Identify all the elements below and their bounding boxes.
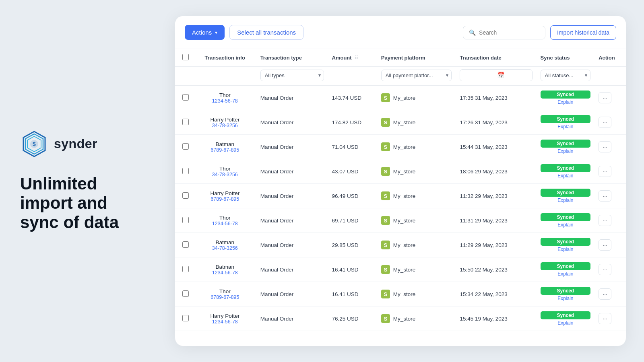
row-action: ···	[594, 208, 626, 233]
row-checkbox-7[interactable]	[182, 266, 189, 272]
search-icon: 🔍	[469, 29, 476, 36]
explain-link[interactable]: Explain	[541, 247, 591, 252]
th-transaction-type: Transaction type	[256, 49, 328, 67]
row-checkbox-4[interactable]	[182, 192, 189, 199]
explain-link[interactable]: Explain	[541, 148, 591, 154]
select-all-button[interactable]: Select all transactions	[229, 25, 303, 40]
more-actions-button[interactable]: ···	[599, 141, 611, 152]
shopify-icon: S	[381, 191, 390, 200]
row-ref[interactable]: 6789-67-895	[198, 294, 252, 300]
date-filter-field[interactable]	[463, 72, 495, 78]
platform-name: My_store	[393, 169, 416, 175]
more-actions-button[interactable]: ···	[599, 313, 611, 324]
row-type: Manual Order	[256, 135, 328, 159]
row-checkbox-6[interactable]	[182, 241, 189, 248]
row-status: Synced Explain	[537, 184, 595, 208]
select-all-checkbox[interactable]	[182, 54, 189, 60]
row-ref[interactable]: 1234-56-78	[198, 98, 252, 104]
more-actions-button[interactable]: ···	[599, 117, 611, 128]
row-checkbox-3[interactable]	[182, 168, 189, 174]
actions-button[interactable]: Actions ▾	[185, 25, 225, 40]
more-actions-button[interactable]: ···	[599, 288, 611, 300]
amount-resize-handle[interactable]: ⠿	[355, 55, 357, 61]
row-name: Thor	[198, 215, 252, 221]
filter-checkbox-spacer	[175, 67, 194, 86]
more-actions-button[interactable]: ···	[599, 92, 611, 103]
row-checkbox-0[interactable]	[182, 94, 189, 101]
row-date: 15:34 22 May, 2023	[456, 282, 536, 306]
more-actions-button[interactable]: ···	[599, 190, 611, 202]
table-row: Harry Potter 6789-67-895 Manual Order 96…	[175, 184, 626, 208]
more-actions-button[interactable]: ···	[599, 239, 611, 251]
explain-link[interactable]: Explain	[541, 197, 591, 203]
explain-link[interactable]: Explain	[541, 222, 591, 228]
th-checkbox	[175, 49, 194, 67]
row-ref[interactable]: 6789-67-895	[198, 196, 252, 202]
row-ref[interactable]: 6789-67-895	[198, 147, 252, 153]
row-action: ···	[594, 110, 626, 135]
synced-badge: Synced	[541, 189, 591, 197]
transactions-table: Transaction info Transaction type Amount…	[175, 49, 626, 331]
explain-link[interactable]: Explain	[541, 124, 591, 130]
logo-text: synder	[54, 136, 97, 151]
row-type: Manual Order	[256, 208, 328, 233]
calendar-icon[interactable]: 📅	[497, 72, 505, 79]
more-actions-button[interactable]: ···	[599, 215, 611, 226]
row-checkbox-8[interactable]	[182, 290, 189, 297]
row-info-cell: Thor 34-78-3256	[194, 159, 256, 184]
table-row: Harry Potter 34-78-3256 Manual Order 174…	[175, 110, 626, 135]
explain-link[interactable]: Explain	[541, 173, 591, 179]
row-action: ···	[594, 135, 626, 159]
chevron-down-icon: ▾	[215, 30, 217, 35]
platform-name: My_store	[393, 316, 416, 322]
row-ref[interactable]: 34-78-3256	[198, 172, 252, 177]
row-date: 17:35 31 May, 2023	[456, 86, 536, 110]
platform-name: My_store	[393, 193, 416, 199]
synced-badge: Synced	[541, 311, 591, 319]
explain-link[interactable]: Explain	[541, 99, 591, 105]
row-name: Batman	[198, 239, 252, 245]
row-checkbox-5[interactable]	[182, 217, 189, 223]
row-info-cell: Thor 1234-56-78	[194, 86, 256, 110]
row-ref[interactable]: 34-78-3256	[198, 123, 252, 128]
more-actions-button[interactable]: ···	[599, 264, 611, 275]
row-checkbox-cell	[175, 306, 194, 331]
row-info-cell: Harry Potter 1234-56-78	[194, 306, 256, 331]
row-checkbox-cell	[175, 233, 194, 257]
explain-link[interactable]: Explain	[541, 320, 591, 326]
row-ref[interactable]: 1234-56-78	[198, 270, 252, 276]
row-status: Synced Explain	[537, 282, 595, 306]
row-checkbox-2[interactable]	[182, 143, 189, 150]
more-actions-button[interactable]: ···	[599, 166, 611, 177]
row-type: Manual Order	[256, 159, 328, 184]
search-input[interactable]	[479, 29, 539, 36]
row-checkbox-cell	[175, 86, 194, 110]
row-checkbox-1[interactable]	[182, 119, 189, 125]
platform-name: My_store	[393, 144, 416, 150]
row-info-cell: Thor 1234-56-78	[194, 208, 256, 233]
row-type: Manual Order	[256, 233, 328, 257]
search-box: 🔍	[463, 26, 545, 39]
status-filter-select[interactable]: All statuse...	[541, 70, 591, 81]
row-ref[interactable]: 34-78-3256	[198, 245, 252, 251]
explain-link[interactable]: Explain	[541, 296, 591, 301]
row-status: Synced Explain	[537, 159, 595, 184]
synced-badge: Synced	[541, 287, 591, 295]
explain-link[interactable]: Explain	[541, 271, 591, 277]
row-ref[interactable]: 1234-56-78	[198, 221, 252, 226]
row-checkbox-cell	[175, 135, 194, 159]
row-info-cell: Harry Potter 34-78-3256	[194, 110, 256, 135]
table-container: Transaction info Transaction type Amount…	[175, 49, 626, 346]
table-row: Batman 1234-56-78 Manual Order 16.41 USD…	[175, 257, 626, 282]
synced-badge: Synced	[541, 90, 591, 99]
row-checkbox-cell	[175, 208, 194, 233]
filter-info-spacer	[194, 67, 256, 86]
filter-platform: All payment platfor... ▾	[377, 67, 456, 86]
platform-filter-select[interactable]: All payment platfor...	[381, 70, 452, 81]
row-date: 15:50 22 May, 2023	[456, 257, 536, 282]
type-filter-select[interactable]: All types	[260, 70, 324, 81]
row-checkbox-9[interactable]	[182, 315, 189, 321]
logo-area: $ synder	[20, 130, 149, 158]
import-historical-button[interactable]: Import historical data	[550, 25, 616, 40]
row-ref[interactable]: 1234-56-78	[198, 319, 252, 325]
